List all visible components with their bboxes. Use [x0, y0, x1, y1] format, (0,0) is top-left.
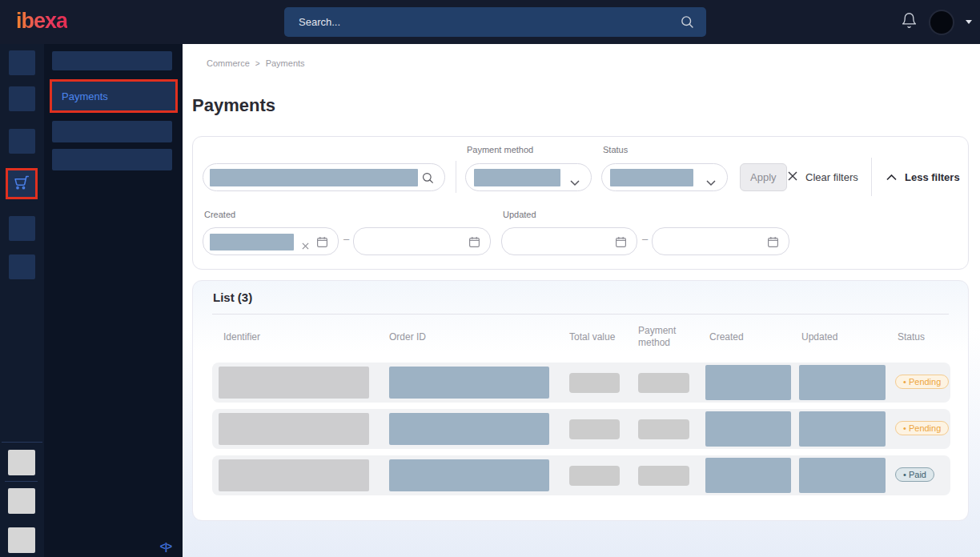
- created-label: Created: [204, 210, 235, 219]
- shopping-cart-icon: [14, 174, 30, 194]
- redacted-identifier: [219, 367, 369, 399]
- global-search: [284, 7, 706, 37]
- rail-bottom-item-placeholder[interactable]: [8, 450, 35, 475]
- less-filters-button[interactable]: Less filters: [886, 163, 960, 191]
- column-header-identifier: Identifier: [223, 331, 260, 343]
- redacted-order-id: [389, 459, 549, 491]
- main-content: Commerce>Payments Payments Payment metho…: [183, 44, 980, 557]
- application-window: ibexa: [0, 0, 980, 557]
- sidebar-collapse-icon[interactable]: <|>: [160, 541, 171, 552]
- rail-item-placeholder[interactable]: [9, 254, 35, 279]
- rail-item-placeholder[interactable]: [9, 86, 35, 111]
- user-avatar[interactable]: [929, 10, 954, 35]
- payment-method-select[interactable]: [465, 163, 592, 191]
- nav-item-label: Payments: [52, 90, 108, 102]
- column-header-status: Status: [898, 331, 925, 343]
- created-from-date-input[interactable]: [203, 227, 339, 255]
- list-title: List (3): [213, 291, 252, 304]
- breadcrumb-item[interactable]: Commerce: [207, 58, 250, 68]
- filter-divider: [871, 158, 872, 196]
- rail-bottom-item-placeholder[interactable]: [8, 527, 35, 553]
- clear-filters-label: Clear filters: [805, 171, 858, 183]
- breadcrumb-item[interactable]: Payments: [266, 58, 305, 68]
- redacted-payment-method: [638, 373, 689, 393]
- bell-icon[interactable]: [901, 11, 918, 33]
- close-icon: [787, 170, 798, 184]
- redacted-created: [705, 411, 791, 447]
- redacted-created: [705, 365, 791, 400]
- redacted-identifier: [219, 413, 369, 445]
- payment-method-label: Payment method: [467, 145, 533, 154]
- icon-rail-sidebar: [0, 44, 44, 557]
- search-icon[interactable]: [421, 171, 435, 188]
- status-badge: Paid: [895, 467, 934, 482]
- clear-filters-button[interactable]: Clear filters: [787, 163, 858, 191]
- apply-button[interactable]: Apply: [740, 163, 787, 191]
- secondary-sidebar: Payments <|>: [44, 44, 183, 557]
- global-search-input[interactable]: [284, 7, 706, 37]
- page-title: Payments: [192, 95, 275, 116]
- nav-item-placeholder[interactable]: [52, 121, 172, 142]
- table-row[interactable]: Paid: [212, 455, 950, 495]
- search-icon[interactable]: [680, 14, 695, 33]
- ibexa-logo[interactable]: ibexa: [16, 9, 67, 34]
- rail-divider: [2, 442, 42, 443]
- calendar-icon[interactable]: [316, 236, 328, 251]
- date-range-separator: –: [642, 233, 648, 245]
- redacted-payment-method: [638, 419, 689, 439]
- redacted-search-text: [210, 169, 418, 186]
- column-header-updated: Updated: [801, 331, 837, 343]
- redacted-total-value: [569, 466, 620, 486]
- created-to-date-input[interactable]: [353, 227, 491, 255]
- filter-divider: [456, 161, 456, 193]
- redacted-updated: [799, 365, 886, 400]
- top-right-actions: [901, 0, 972, 44]
- redacted-identifier: [219, 459, 369, 491]
- breadcrumb: Commerce>Payments: [207, 58, 305, 68]
- calendar-icon[interactable]: [615, 236, 627, 251]
- column-header-created: Created: [709, 331, 744, 343]
- chevron-down-icon: [570, 175, 580, 190]
- breadcrumb-separator: >: [255, 59, 260, 68]
- status-label: Status: [603, 145, 628, 154]
- status-select[interactable]: [601, 163, 728, 191]
- redacted-total-value: [569, 419, 620, 439]
- list-divider: [212, 314, 949, 315]
- chevron-down-icon[interactable]: [966, 20, 972, 24]
- nav-item-payments-active[interactable]: Payments: [50, 79, 178, 113]
- column-header-order-id: Order ID: [389, 331, 426, 343]
- less-filters-label: Less filters: [905, 171, 960, 183]
- nav-item-placeholder[interactable]: [52, 149, 172, 170]
- filter-search-input[interactable]: [203, 163, 445, 191]
- updated-to-date-input[interactable]: [652, 227, 789, 255]
- redacted-total-value: [569, 373, 620, 393]
- top-bar: ibexa: [0, 0, 980, 44]
- updated-from-date-input[interactable]: [501, 227, 637, 255]
- table-row[interactable]: Pending: [212, 363, 950, 403]
- rail-item-placeholder[interactable]: [9, 129, 35, 154]
- updated-label: Updated: [503, 210, 536, 219]
- redacted-order-id: [389, 413, 549, 445]
- payments-list-panel: List (3) Identifier Order ID Total value…: [192, 280, 969, 521]
- redacted-payment-method: [638, 466, 689, 486]
- chevron-down-icon: [706, 175, 716, 190]
- rail-bottom-item-placeholder[interactable]: [8, 488, 35, 514]
- column-header-total-value: Total value: [569, 331, 615, 343]
- status-badge: Pending: [895, 375, 949, 389]
- nav-item-placeholder[interactable]: [52, 51, 172, 70]
- redacted-updated: [799, 411, 886, 447]
- redacted-date-value: [210, 234, 294, 250]
- calendar-icon[interactable]: [468, 236, 480, 251]
- table-row[interactable]: Pending: [212, 409, 950, 449]
- redacted-order-id: [389, 367, 549, 399]
- redacted-select-value: [610, 169, 693, 186]
- date-range-separator: –: [343, 233, 349, 245]
- rail-divider: [5, 481, 38, 482]
- clear-date-icon[interactable]: [302, 238, 309, 253]
- redacted-select-value: [474, 169, 560, 186]
- rail-item-placeholder[interactable]: [9, 50, 35, 75]
- status-badge: Pending: [895, 421, 949, 435]
- rail-item-placeholder[interactable]: [9, 216, 35, 241]
- rail-item-commerce[interactable]: [6, 168, 38, 199]
- calendar-icon[interactable]: [767, 236, 779, 251]
